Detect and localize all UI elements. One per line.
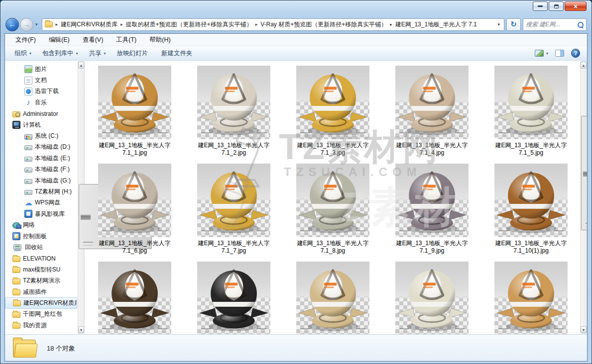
toolbar-button-label: 包含到库中 xyxy=(42,49,74,58)
sidebar-item[interactable]: 本地磁盘 (D:) xyxy=(5,142,77,153)
scroll-down-icon[interactable]: ▼ xyxy=(78,326,84,333)
scroll-down-icon[interactable]: ▼ xyxy=(581,326,587,333)
menu-item[interactable]: 编辑(E) xyxy=(42,34,76,46)
sidebar-item[interactable]: 千图网_抢红包 xyxy=(5,309,77,320)
details-pane: 18 个对象 xyxy=(5,334,587,362)
file-item[interactable]: 建E网_13_1地板_半光人字 7.1_1.jpg xyxy=(85,66,184,164)
sidebar-item[interactable]: 迅雷下载 xyxy=(5,86,77,97)
sidebar-item[interactable]: 本地磁盘 (G:) xyxy=(5,175,77,186)
sidebar-item[interactable]: 音乐 xyxy=(5,97,77,108)
sidebar-item-label: WPS网盘 xyxy=(35,198,77,207)
material-ball-preview xyxy=(100,164,170,237)
toolbar-button[interactable]: 共享▾ xyxy=(84,47,112,60)
address-dropdown-icon[interactable]: ▾ xyxy=(496,22,501,27)
address-bar[interactable]: ▸建E网CR和VR材质库 ▸提取的材质+预览图（更新路径+移除真实平铺） ▸V-… xyxy=(42,18,504,31)
file-item[interactable]: 建E网_13_1地板_半光人字 7.1_4.jpg xyxy=(382,66,481,164)
toolbar-button[interactable]: 新建文件夹 xyxy=(156,47,201,60)
sidebar-item[interactable]: 暴风影视库 xyxy=(5,208,77,219)
file-item[interactable]: 建E网_13_1地板_半光人字 7.1_3.jpg xyxy=(283,66,382,164)
toolbar-button[interactable]: 组织▾ xyxy=(9,47,37,60)
sidebar-item[interactable]: 本地磁盘 (F:) xyxy=(5,164,77,175)
file-item[interactable] xyxy=(283,262,382,334)
sidebar-item-label: TZ素材网 (H:) xyxy=(35,187,77,196)
folder-icon xyxy=(12,323,20,329)
sidebar-item[interactable]: TZ素材网 (H:) xyxy=(5,186,77,197)
file-item[interactable]: 建E网_13_1地板_半光人字 7.1_7.jpg xyxy=(184,164,283,262)
sidebar-item[interactable]: 文档 xyxy=(5,75,77,86)
toolbar-button-label: 新建文件夹 xyxy=(161,49,193,58)
change-view-button[interactable]: ▾ xyxy=(535,50,548,57)
file-name: 建E网_13_1地板_半光人字 7.1_10(1).jpg xyxy=(481,240,581,255)
close-button[interactable]: × xyxy=(565,1,587,11)
file-thumbnail xyxy=(494,164,568,237)
folder-icon xyxy=(12,267,20,273)
chevron-down-icon: ▾ xyxy=(104,51,106,56)
file-item[interactable]: 建E网_13_1地板_半光人字 7.1_2.jpg xyxy=(184,66,283,164)
sidebar-item[interactable]: 回收站 xyxy=(5,242,77,253)
file-item[interactable]: 建E网_13_1地板_半光人字 7.1_9.jpg xyxy=(382,164,481,262)
file-item[interactable]: 建E网_13_1地板_半光人字 7.1_5.jpg xyxy=(481,66,581,164)
sidebar-item[interactable]: Administrator xyxy=(5,108,77,119)
command-toolbar: 组织▾ 包含到库中▾ 共享▾ 放映幻灯片 新建文件夹 ▾ ? xyxy=(5,46,587,61)
file-item[interactable] xyxy=(481,262,581,334)
sidebar-item[interactable]: 控制面板 xyxy=(5,231,77,242)
breadcrumb-item[interactable]: 提取的材质+预览图（更新路径+移除真实平铺） xyxy=(126,20,252,29)
recycle-bin-icon xyxy=(13,244,21,251)
pictures-icon xyxy=(24,65,32,73)
chevron-down-icon: ▾ xyxy=(29,51,31,56)
file-item[interactable] xyxy=(85,262,184,334)
scrollbar-thumb[interactable] xyxy=(581,116,587,230)
material-ball-preview xyxy=(397,262,467,334)
sidebar-item[interactable]: max模型转SU xyxy=(5,264,77,275)
file-item[interactable] xyxy=(382,262,481,334)
toolbar-button[interactable]: 放映幻灯片 xyxy=(112,47,156,60)
sidebar-item[interactable]: 图片 xyxy=(5,64,77,75)
sidebar-item-label: 建E网CR和VR材质库 xyxy=(23,299,77,307)
file-thumbnail xyxy=(395,66,469,139)
breadcrumb-item[interactable]: 建E网_13_1地板_半光人字 7.1 xyxy=(395,20,477,29)
sidebar-item[interactable]: ELEVATION xyxy=(5,253,77,264)
sidebar-item[interactable]: 减面插件 xyxy=(5,286,77,297)
sidebar-item[interactable]: WPS网盘 xyxy=(5,197,77,208)
sidebar-item[interactable]: 我的资源 xyxy=(5,320,77,331)
content-scrollbar[interactable]: ▲ ▼ xyxy=(580,61,587,334)
scroll-up-icon[interactable]: ▲ xyxy=(581,62,587,69)
sidebar-item[interactable]: TZ素材网演示 xyxy=(5,275,77,286)
file-item[interactable]: 建E网_13_1地板_半光人字 7.1_10(1).jpg xyxy=(481,164,581,262)
material-ball-preview xyxy=(397,66,467,139)
back-button[interactable]: ← xyxy=(5,18,19,31)
toolbar-button[interactable]: 包含到库中▾ xyxy=(37,47,84,60)
folder-icon xyxy=(12,312,20,318)
menu-item[interactable]: 文件(F) xyxy=(9,34,42,46)
sidebar-item-label: 本地磁盘 (G:) xyxy=(35,177,77,185)
explorer-window: × ← → ▾ ▸建E网CR和VR材质库 ▸提取的材质+预览图（更新路径+移除真… xyxy=(0,0,592,364)
file-item[interactable] xyxy=(184,262,283,334)
sidebar-item-label: 千图网_抢红包 xyxy=(23,310,77,318)
client-area: 文件(F) 编辑(E) 查看(V) 工具(T) 帮助(H) 组织▾ 包含到库中▾… xyxy=(4,33,588,362)
menu-item[interactable]: 查看(V) xyxy=(76,34,110,46)
help-button[interactable]: ? xyxy=(571,49,580,58)
sidebar-item[interactable]: 计算机 xyxy=(5,119,77,130)
refresh-button[interactable]: ↻ xyxy=(506,18,521,31)
file-item[interactable]: 建E网_13_1地板_半光人字 7.1_6.jpg xyxy=(85,164,184,262)
sidebar-item[interactable]: 网络 xyxy=(5,219,77,230)
sidebar-item[interactable]: 本地磁盘 (E:) xyxy=(5,153,77,164)
minimize-button[interactable] xyxy=(533,1,548,11)
forward-button[interactable]: → xyxy=(20,18,33,31)
history-dropdown-icon[interactable]: ▾ xyxy=(35,22,38,27)
sidebar-scrollbar[interactable]: ▲ ▼ xyxy=(78,61,85,334)
sidebar-item[interactable]: 系统 (C:) xyxy=(5,130,77,141)
breadcrumb-item[interactable]: 建E网CR和VR材质库 xyxy=(61,20,118,29)
menu-item[interactable]: 帮助(H) xyxy=(143,34,177,46)
breadcrumb-item[interactable]: V-Ray 材质+预览图（更新路径+移除真实平铺） xyxy=(260,20,387,29)
sidebar-item[interactable]: 建E网CR和VR材质库 xyxy=(5,297,77,308)
menu-item[interactable]: 工具(T) xyxy=(110,34,143,46)
toolbar-right-group: ▾ ? xyxy=(535,49,583,58)
scroll-up-icon[interactable]: ▲ xyxy=(78,62,84,69)
file-name: 建E网_13_1地板_半光人字 7.1_1.jpg xyxy=(85,142,184,157)
sidebar-item-label: 系统 (C:) xyxy=(35,132,77,140)
preview-pane-button[interactable] xyxy=(555,50,564,57)
search-input[interactable] xyxy=(526,21,577,28)
file-item[interactable]: 建E网_13_1地板_半光人字 7.1_8.jpg xyxy=(283,164,382,262)
restore-button[interactable] xyxy=(549,1,564,11)
